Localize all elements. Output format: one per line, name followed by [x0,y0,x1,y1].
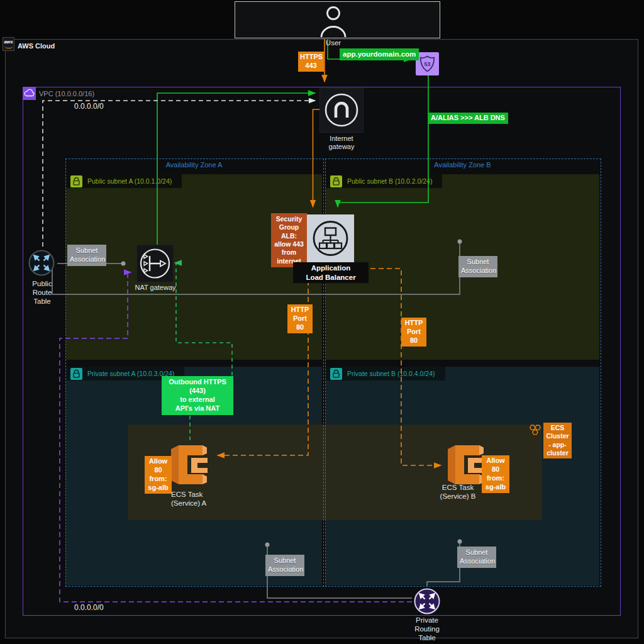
subnet-association-label: Subnet Association [457,547,496,568]
public-subnet-b-label: Public subnet B (10.0.2.0/24) [326,174,442,188]
lock-icon [330,175,342,187]
route-bottom-label: 0.0.0.0/0 [74,603,125,613]
availability-zone-b-label: Availability Zone B [325,161,600,169]
user-label: User [321,38,346,47]
private-routing-table-icon [414,588,440,614]
vpc-icon [23,87,36,100]
allow-80-label-b: Allow 80 from: sg-alb [482,455,509,493]
availability-zone-a-label: Availability Zone A [65,161,323,169]
subnet-label-text: Public subnet B (10.0.2.0/24) [347,177,432,185]
public-route-table-icon [28,250,55,276]
private-subnet-b-label: Private subnet B (10.0.4.0/24) [326,367,445,380]
alb-label: Application Load Balancer [293,262,369,283]
subnet-association-label: Subnet Association [458,256,497,277]
nat-gateway-icon [136,245,174,282]
http-port-80-label-b: HTTP Port 80 [401,318,426,347]
lock-icon [330,368,342,380]
internet-gateway-icon [319,88,364,133]
allow-80-label-a: Allow 80 from: sg-alb [145,456,172,494]
vpc-label: VPC (10.0.0.0/16) [39,90,94,97]
user-icon [319,5,347,38]
public-subnet-a-label: Public subnet A (10.0.1.0/24) [66,174,182,188]
lock-icon [70,368,82,380]
ecs-cluster-icon [527,423,543,438]
route-top-label: 0.0.0.0/0 [74,102,125,111]
aws-smile-icon [5,46,13,48]
subnet-label-text: Public subnet A (10.0.1.0/24) [87,177,172,185]
alb-icon [307,214,354,263]
diagram-canvas: aws AWS Cloud VPC (10.0.0.0/16) Availabi… [0,0,644,644]
route53-number: 53 [424,61,430,67]
subnet-label-text: Private subnet B (10.0.4.0/24) [347,370,435,377]
alb-security-group-label: Security Group ALB: allow 443 from inter… [271,213,307,267]
nat-gateway-label: NAT gateway [128,284,182,292]
ecs-task-a-label: ECS Task (Service) A [170,490,228,508]
subnet-association-label: Subnet Association [67,245,106,266]
ecs-task-b-label: ECS Task (Service) B [433,483,483,501]
aws-logo-text: aws [3,38,14,46]
ecs-cluster-label: ECS Cluster - app- cluster [543,423,572,458]
aws-logo: aws [3,37,14,51]
private-routing-table-label: Private Routing Table [407,616,447,642]
internet-gateway-label: Internet gateway [316,135,367,152]
public-route-table-label: Public Route Table [24,279,60,306]
https-443-label: HTTPS 443 [298,52,324,72]
route53-icon: 53 [416,52,439,75]
alias-record-label: A/ALIAS >>> ALB DNS [428,113,508,124]
lock-icon [70,175,82,187]
aws-cloud-label: AWS Cloud [18,42,55,50]
http-port-80-label-a: HTTP Port 80 [287,304,313,333]
outbound-https-label: Outbound HTTPS (443) to external API's v… [162,376,233,415]
subnet-association-label: Subnet Association [265,555,304,576]
domain-label: app.yourdomain.com [340,48,419,60]
